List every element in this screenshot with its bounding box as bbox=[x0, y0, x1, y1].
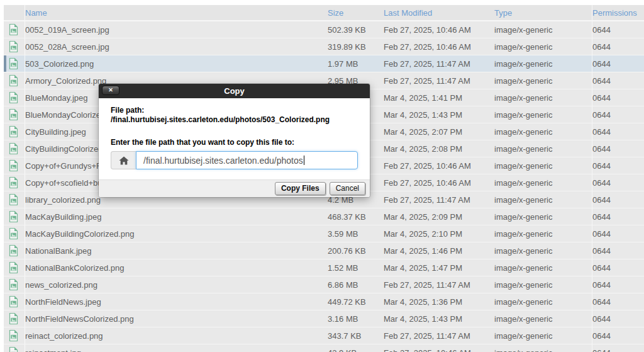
image-file-icon bbox=[9, 58, 18, 69]
file-modified: Mar 4, 2025, 1:36 PM bbox=[384, 297, 494, 307]
column-header-type[interactable]: Type bbox=[494, 8, 592, 18]
file-size: 319.89 KB bbox=[328, 42, 384, 52]
file-type: image/x-generic bbox=[494, 314, 592, 324]
file-permissions: 0644 bbox=[592, 123, 644, 140]
file-name: 0052_028A_screen.jpg bbox=[25, 42, 328, 52]
close-icon[interactable]: ✕ bbox=[102, 86, 119, 95]
file-permissions: 0644 bbox=[592, 259, 644, 276]
file-type: image/x-generic bbox=[494, 263, 592, 273]
destination-prompt: Enter the file path that you want to cop… bbox=[111, 138, 358, 147]
image-file-icon bbox=[9, 313, 18, 324]
copy-files-button[interactable]: Copy Files bbox=[275, 182, 326, 195]
file-name: NationalBank.jpeg bbox=[25, 246, 328, 256]
file-type: image/x-generic bbox=[494, 195, 592, 205]
file-name: reinact_colorized.png bbox=[25, 331, 328, 341]
image-file-icon bbox=[9, 126, 18, 137]
file-name: 503_Colorized.png bbox=[25, 59, 328, 69]
file-permissions: 0644 bbox=[592, 327, 644, 344]
file-permissions: 0644 bbox=[592, 174, 644, 191]
file-size: 6.86 MB bbox=[328, 280, 384, 290]
file-icon-cell bbox=[4, 208, 25, 225]
file-modified: Feb 27, 2025, 10:46 AM bbox=[384, 25, 494, 35]
file-name: news_colorized.png bbox=[25, 280, 328, 290]
table-row[interactable]: reinact_colorized.png343.7 KBFeb 27, 202… bbox=[4, 327, 644, 344]
file-type: image/x-generic bbox=[494, 348, 592, 352]
file-type: image/x-generic bbox=[494, 161, 592, 171]
file-modified: Mar 4, 2025, 1:41 PM bbox=[384, 93, 494, 103]
file-type: image/x-generic bbox=[494, 93, 592, 103]
file-permissions: 0644 bbox=[592, 72, 644, 89]
file-size: 502.39 KB bbox=[328, 25, 384, 35]
file-permissions: 0644 bbox=[592, 157, 644, 174]
file-icon-cell bbox=[4, 259, 25, 276]
file-name: MacKayBuildingColorized.png bbox=[25, 229, 328, 239]
table-row[interactable]: reinactment.jpg43.9 KBFeb 27, 2025, 10:4… bbox=[4, 344, 644, 352]
image-file-icon bbox=[9, 296, 18, 307]
cancel-button[interactable]: Cancel bbox=[330, 182, 365, 195]
file-size: 449.72 KB bbox=[328, 297, 384, 307]
table-row[interactable]: MacKayBuilding.jpeg468.37 KBMar 4, 2025,… bbox=[4, 208, 644, 225]
file-type: image/x-generic bbox=[494, 246, 592, 256]
image-file-icon bbox=[9, 279, 18, 290]
copy-dialog-footer: Copy Files Cancel bbox=[99, 179, 370, 197]
table-row[interactable]: NationalBank.jpeg200.76 KBMar 4, 2025, 1… bbox=[4, 242, 644, 259]
image-file-icon bbox=[9, 109, 18, 120]
image-file-icon bbox=[9, 160, 18, 171]
file-size: 468.37 KB bbox=[328, 212, 384, 222]
file-type: image/x-generic bbox=[494, 229, 592, 239]
home-button[interactable] bbox=[111, 151, 136, 169]
file-icon-cell bbox=[4, 293, 25, 310]
table-row[interactable]: NationalBankColorized.png1.52 MBMar 4, 2… bbox=[4, 259, 644, 276]
file-type: image/x-generic bbox=[494, 212, 592, 222]
file-size: 1.97 MB bbox=[328, 59, 384, 69]
copy-dialog-body: File path: /final.hurtubisej.sites.carle… bbox=[99, 98, 370, 179]
file-type: image/x-generic bbox=[494, 59, 592, 69]
column-header-name[interactable]: Name bbox=[25, 8, 328, 18]
file-size: 200.76 KB bbox=[328, 246, 384, 256]
file-modified: Mar 4, 2025, 2:09 PM bbox=[384, 212, 494, 222]
image-file-icon bbox=[9, 75, 18, 86]
table-row[interactable]: 503_Colorized.png1.97 MBFeb 27, 2025, 11… bbox=[4, 55, 644, 72]
file-type: image/x-generic bbox=[494, 178, 592, 188]
column-header-permissions[interactable]: Permissions bbox=[592, 5, 644, 20]
file-permissions: 0644 bbox=[592, 140, 644, 157]
table-row[interactable]: NorthFieldNews.jpeg449.72 KBMar 4, 2025,… bbox=[4, 293, 644, 310]
file-modified: Feb 27, 2025, 11:47 AM bbox=[384, 331, 494, 341]
table-row[interactable]: news_colorized.png6.86 MBFeb 27, 2025, 1… bbox=[4, 276, 644, 293]
file-size: 3.16 MB bbox=[328, 314, 384, 324]
file-modified: Mar 4, 2025, 1:47 PM bbox=[384, 263, 494, 273]
file-icon-cell bbox=[4, 106, 25, 123]
table-row[interactable]: NorthFieldNewsColorized.png3.16 MBMar 4,… bbox=[4, 310, 644, 327]
file-permissions: 0644 bbox=[592, 106, 644, 123]
column-header-modified[interactable]: Last Modified bbox=[384, 8, 494, 18]
table-row[interactable]: MacKayBuildingColorized.png3.59 MBMar 4,… bbox=[4, 225, 644, 242]
file-permissions: 0644 bbox=[592, 21, 644, 38]
file-modified: Mar 4, 2025, 2:08 PM bbox=[384, 144, 494, 154]
file-name: NationalBankColorized.png bbox=[25, 263, 328, 273]
file-type: image/x-generic bbox=[494, 280, 592, 290]
file-path-value: /final.hurtubisej.sites.carleton.edu/pho… bbox=[111, 115, 358, 125]
file-modified: Mar 4, 2025, 1:43 PM bbox=[384, 314, 494, 324]
image-file-icon bbox=[9, 347, 18, 352]
destination-path-text: /final.hurtubisej.sites.carleton.edu/pho… bbox=[143, 156, 303, 166]
file-permissions: 0644 bbox=[592, 89, 644, 106]
file-manager-screen: Name Size Last Modified Type Permissions… bbox=[0, 0, 644, 352]
destination-path-input[interactable]: /final.hurtubisej.sites.carleton.edu/pho… bbox=[136, 151, 358, 169]
table-row[interactable]: 0052_028A_screen.jpg319.89 KBFeb 27, 202… bbox=[4, 38, 644, 55]
column-header-size[interactable]: Size bbox=[328, 8, 384, 18]
file-modified: Feb 27, 2025, 11:47 AM bbox=[384, 195, 494, 205]
image-file-icon bbox=[9, 177, 18, 188]
header-icon-spacer bbox=[4, 5, 25, 20]
file-size: 3.59 MB bbox=[328, 229, 384, 239]
file-name: 0052_019A_screen.jpg bbox=[25, 25, 328, 35]
file-permissions: 0644 bbox=[592, 225, 644, 242]
file-icon-cell bbox=[4, 327, 25, 344]
file-name: NorthFieldNewsColorized.png bbox=[25, 314, 328, 324]
table-row[interactable]: 0052_019A_screen.jpg502.39 KBFeb 27, 202… bbox=[4, 21, 644, 38]
file-path-label: File path: bbox=[111, 106, 358, 115]
image-file-icon bbox=[9, 228, 18, 239]
file-permissions: 0644 bbox=[592, 344, 644, 352]
file-icon-cell bbox=[4, 191, 25, 208]
file-modified: Feb 27, 2025, 10:46 AM bbox=[384, 178, 494, 188]
file-type: image/x-generic bbox=[494, 25, 592, 35]
